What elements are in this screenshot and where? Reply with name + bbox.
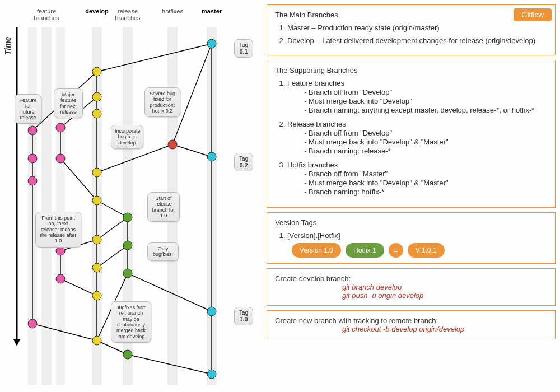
commit-node (56, 154, 65, 163)
commit-node (123, 269, 132, 278)
commit-node (28, 176, 37, 185)
commit-node (92, 67, 101, 76)
commit-node (168, 140, 177, 149)
commit-node (207, 370, 216, 379)
callout: From this point on, "next release" means… (35, 212, 81, 248)
supporting-point: - Must merge back into "Develop" (304, 97, 547, 105)
callout: Severe bug fixed for production: hotfix … (144, 87, 180, 117)
version-tags-box: Version Tags [Version].[Hotfix] Version … (267, 212, 556, 264)
supporting-point: - Branch naming: hotfix-* (304, 188, 547, 196)
supporting-point: - Branch off from "Develop" (304, 129, 547, 137)
result-badge: V 1.0.1 (408, 243, 445, 258)
callout: Incorporate bugfix in develop (111, 125, 143, 149)
svg-line-39 (60, 279, 97, 296)
tag-label: Tag1.0 (234, 307, 253, 325)
commit-node (123, 241, 132, 250)
commit-node (28, 319, 37, 328)
version-badge: Version 1.0 (292, 243, 341, 258)
commit-node (207, 152, 216, 161)
supporting-point: - Branch naming: release-* (304, 147, 547, 155)
callout: Start of release branch for 1.0 (147, 192, 180, 222)
commit-node (56, 246, 65, 255)
commit-node (207, 307, 216, 316)
commit-node (92, 291, 101, 300)
tag-label: Tag0.1 (234, 39, 253, 58)
cmd2-title: Create new branch with tracking to remot… (275, 316, 547, 325)
commit-node (123, 213, 132, 222)
lane-label-hotfixes: hotfixes (156, 8, 189, 15)
svg-line-21 (60, 158, 97, 200)
git-command: git push -u origin develop (275, 291, 547, 300)
svg-rect-0 (41, 27, 52, 385)
commit-node (28, 126, 37, 135)
supporting-title: The Supporting Branches (275, 66, 547, 74)
main-branches-title: The Main Branches (275, 11, 547, 19)
callout: Only bugfixes! (147, 242, 179, 261)
commit-node (56, 274, 65, 283)
version-format: [Version].[Hotfix] (287, 231, 547, 240)
svg-line-28 (172, 144, 212, 157)
version-tags-title: Version Tags (275, 218, 547, 227)
callout: Feature for future release (15, 94, 41, 124)
commit-node (92, 92, 101, 101)
commit-node (207, 39, 216, 48)
commit-node (56, 123, 65, 132)
supporting-point: - Must merge back into "Develop" & "Mast… (304, 138, 547, 146)
main-branch-item: Develop – Latest delivered development c… (287, 36, 547, 45)
callout: Major feature for next release (54, 88, 83, 118)
main-branches-box: Gitflow The Main Branches Master – Produ… (267, 4, 556, 55)
commit-node (92, 196, 101, 205)
commit-node (92, 109, 101, 118)
gitflow-badge: Gitflow (514, 8, 552, 21)
gitflow-diagram: Time feature branchesdeveloprelease bran… (4, 4, 262, 388)
git-command: git branch develop (275, 283, 547, 291)
lane-label-master: master (195, 8, 228, 15)
commit-node (28, 154, 37, 163)
commit-node (92, 235, 101, 244)
cmd1-title: Create develop branch: (275, 274, 547, 283)
info-panels: Gitflow The Main Branches Master – Produ… (262, 4, 556, 388)
git-command: git checkout -b develop origin/develop (275, 325, 547, 333)
main-branch-item: Master – Production ready state (origin/… (287, 24, 547, 32)
supporting-point: - Branch off from "Develop" (304, 88, 547, 96)
create-develop-box: Create develop branch: git branch develo… (267, 268, 556, 306)
supporting-group: Release branches- Branch off from "Devel… (287, 120, 547, 155)
commit-node (92, 168, 101, 177)
commit-node (92, 263, 101, 272)
supporting-group: Feature branches- Branch off from "Devel… (287, 79, 547, 114)
commit-node (92, 336, 101, 345)
svg-line-7 (97, 44, 212, 72)
callout: Bugfixes from rel. branch may be continu… (111, 301, 151, 343)
lane-label-feature: feature branches (30, 8, 63, 21)
supporting-point: - Branch off from "Master" (304, 170, 547, 178)
create-tracking-box: Create new branch with tracking to remot… (267, 310, 556, 339)
tag-label: Tag0.2 (234, 153, 253, 171)
supporting-branches-box: The Supporting Branches Feature branches… (267, 60, 556, 208)
hotfix-badge: Hotfix 1 (346, 243, 384, 258)
supporting-point: - Branch naming: anything except master,… (304, 106, 547, 114)
lane-label-release: release branches (111, 8, 144, 21)
commit-node (123, 350, 132, 359)
lane-label-develop: develop (80, 8, 114, 15)
supporting-point: - Must merge back into "Develop" & "Mast… (304, 179, 547, 187)
equals-icon: = (389, 243, 403, 258)
supporting-group: Hotfix branches- Branch off from "Master… (287, 161, 547, 196)
